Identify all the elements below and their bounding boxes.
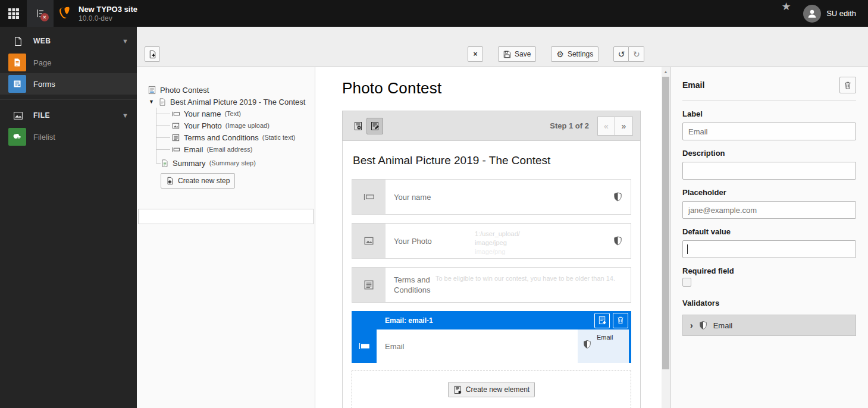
create-new-step-button[interactable]: Create new step bbox=[161, 173, 235, 189]
scrollbar-thumb[interactable] bbox=[662, 77, 669, 369]
new-page-icon bbox=[166, 177, 174, 185]
collapse-caret-icon[interactable]: ▼ bbox=[149, 99, 155, 105]
static-text-preview: To be eligible to win our contest, you h… bbox=[435, 274, 615, 283]
placeholder-field-label: Placeholder bbox=[682, 188, 856, 197]
file-group-icon bbox=[8, 111, 27, 121]
topbar-spacer bbox=[146, 0, 773, 27]
save-label: Save bbox=[515, 50, 531, 58]
user-menu[interactable]: SU edith bbox=[800, 0, 868, 27]
tree-item-label: Photo Contest bbox=[160, 86, 209, 95]
username: SU edith bbox=[826, 9, 856, 18]
chevron-down-icon: ▼ bbox=[122, 37, 129, 45]
module-menu: WEB ▼ Page Forms FILE ▼ Filelist bbox=[0, 27, 137, 408]
save-icon bbox=[503, 51, 511, 58]
stage-scrollbar[interactable]: ▲ bbox=[662, 67, 670, 408]
filelist-module-icon bbox=[8, 128, 26, 146]
chevron-right-icon: › bbox=[690, 321, 693, 330]
stage: Photo Contest Step 1 of 2 « » Best Anima… bbox=[315, 67, 662, 408]
modules-grid-button[interactable] bbox=[0, 0, 27, 27]
label-field-label: Label bbox=[682, 109, 856, 118]
step-indicator: Step 1 of 2 bbox=[550, 121, 589, 130]
step-title: Best Animal Picture 2019 - The Contest bbox=[353, 154, 631, 167]
form-name-title: Photo Contest bbox=[342, 79, 441, 98]
create-new-step-label: Create new step bbox=[178, 177, 230, 185]
form-editor: Step 1 of 2 « » Best Animal Picture 2019… bbox=[342, 111, 641, 408]
element-label: Your name bbox=[394, 193, 431, 202]
element-label: Your Photo bbox=[394, 237, 432, 246]
tree-item-your-name[interactable]: Your name (Text) bbox=[171, 108, 241, 120]
module-group-web[interactable]: WEB ▼ bbox=[0, 30, 137, 52]
save-button[interactable]: Save bbox=[498, 46, 536, 62]
tree-item-label: Your Photo bbox=[184, 121, 222, 130]
sidebar-item-forms[interactable]: Forms bbox=[0, 73, 137, 95]
static-text-icon bbox=[171, 133, 180, 142]
validator-shield-icon bbox=[583, 340, 591, 349]
preview-mode-button[interactable] bbox=[350, 118, 366, 134]
new-form-button[interactable] bbox=[145, 46, 160, 62]
edit-mode-button[interactable] bbox=[366, 118, 383, 134]
text-field-icon bbox=[171, 145, 180, 154]
tree-item-form-root[interactable]: Photo Contest bbox=[148, 84, 209, 96]
form-preview-body: Best Animal Picture 2019 - The Contest Y… bbox=[342, 141, 641, 408]
stage-header: Step 1 of 2 « » bbox=[342, 111, 641, 141]
validator-item-label: Email bbox=[713, 321, 733, 330]
close-badge-icon: × bbox=[40, 13, 49, 21]
inspector-delete-button[interactable] bbox=[839, 77, 856, 93]
tree-item-terms[interactable]: Terms and Conditions (Static text) bbox=[171, 131, 295, 143]
tree-item-your-photo[interactable]: Your Photo (Image upload) bbox=[171, 120, 270, 131]
undo-button[interactable]: ↺ bbox=[613, 46, 629, 62]
form-element-terms[interactable]: Terms and Conditions To be eligible to w… bbox=[352, 267, 631, 303]
sidebar-item-forms-label: Forms bbox=[33, 80, 55, 89]
element-label: Email bbox=[385, 342, 405, 351]
create-new-element-button[interactable]: Create new element bbox=[448, 382, 535, 397]
form-element-email-selected[interactable]: Email: email-1 Email bbox=[352, 311, 631, 363]
text-field-icon bbox=[352, 329, 377, 363]
default-value-input[interactable] bbox=[682, 240, 856, 258]
previous-step-button[interactable]: « bbox=[597, 117, 615, 136]
tree-line bbox=[156, 163, 161, 164]
placeholder-input[interactable] bbox=[682, 201, 856, 219]
new-element-after-button[interactable] bbox=[594, 313, 610, 328]
tree-item-summary[interactable]: Summary (Summary step) bbox=[161, 157, 256, 169]
inspector-title: Email bbox=[682, 80, 704, 90]
module-group-web-label: WEB bbox=[33, 37, 122, 45]
sidebar-item-filelist-label: Filelist bbox=[33, 133, 55, 142]
label-input[interactable] bbox=[682, 123, 856, 140]
redo-button[interactable]: ↻ bbox=[629, 46, 644, 62]
tree-item-label: Best Animal Picture 2019 - The Contest bbox=[170, 98, 305, 106]
image-upload-icon bbox=[352, 224, 386, 258]
tree-line bbox=[156, 149, 170, 150]
settings-button[interactable]: ⚙ Settings bbox=[551, 46, 598, 62]
site-title: New TYPO3 site bbox=[79, 5, 137, 14]
form-element-your-name[interactable]: Your name bbox=[352, 179, 631, 215]
text-field-icon bbox=[352, 180, 386, 214]
description-input[interactable] bbox=[682, 162, 856, 180]
undo-icon: ↺ bbox=[618, 50, 625, 58]
tree-item-step[interactable]: ▼ Best Animal Picture 2019 - The Contest bbox=[149, 96, 305, 108]
next-step-button[interactable]: » bbox=[615, 117, 633, 136]
close-button[interactable]: × bbox=[468, 46, 483, 62]
bookmark-star-icon[interactable]: ★ bbox=[773, 0, 800, 27]
forms-module-icon bbox=[8, 75, 26, 93]
inspector-panel: Email Label Description Placeholder Defa… bbox=[670, 67, 868, 408]
delete-element-button[interactable] bbox=[613, 313, 628, 328]
brand[interactable]: New TYPO3 site 10.0.0-dev bbox=[54, 0, 146, 27]
tree-item-email[interactable]: Email (Email address) bbox=[171, 143, 253, 155]
form-icon bbox=[148, 86, 156, 95]
page-module-icon bbox=[8, 54, 26, 71]
validator-email-collapsible[interactable]: › Email bbox=[682, 315, 856, 336]
scroll-up-arrow-icon[interactable]: ▲ bbox=[662, 67, 670, 76]
form-element-your-photo[interactable]: Your Photo 1:/user_upload/ image/jpeg im… bbox=[352, 223, 631, 259]
sidebar-item-page[interactable]: Page bbox=[0, 52, 137, 73]
tree-item-type: (Text) bbox=[224, 110, 241, 117]
tree-line bbox=[156, 114, 170, 114]
avatar bbox=[803, 5, 821, 23]
module-group-file[interactable]: FILE ▼ bbox=[0, 105, 137, 126]
tree-line bbox=[156, 108, 156, 163]
docheader: × Save ⚙ Settings ↺ ↻ bbox=[137, 27, 868, 67]
tree-selected-highlight bbox=[138, 209, 314, 224]
required-checkbox[interactable] bbox=[682, 278, 691, 287]
sidebar-item-filelist[interactable]: Filelist bbox=[0, 126, 137, 147]
pagetree-toggle-button[interactable]: × bbox=[27, 0, 54, 27]
settings-label: Settings bbox=[568, 50, 593, 58]
